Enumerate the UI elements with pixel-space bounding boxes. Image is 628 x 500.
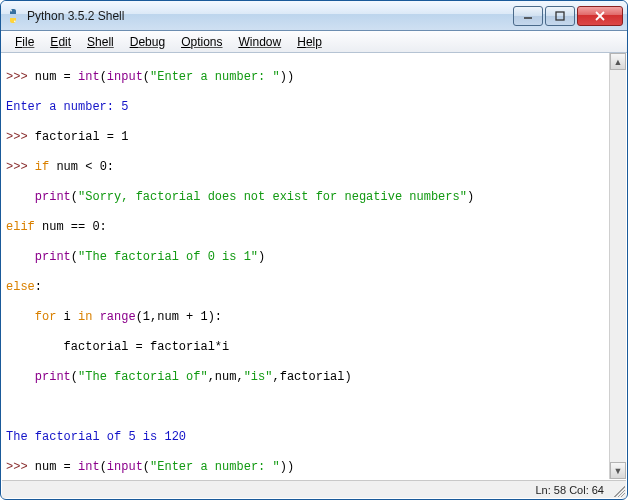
vertical-scrollbar[interactable]: ▲ ▼ bbox=[609, 53, 626, 479]
scroll-up-button[interactable]: ▲ bbox=[610, 53, 626, 70]
titlebar: Python 3.5.2 Shell bbox=[1, 1, 627, 31]
maximize-button[interactable] bbox=[545, 6, 575, 26]
window-title: Python 3.5.2 Shell bbox=[27, 9, 513, 23]
menu-options[interactable]: Options bbox=[173, 33, 230, 51]
menu-edit[interactable]: Edit bbox=[42, 33, 79, 51]
client-area: >>> num = int(input("Enter a number: "))… bbox=[2, 53, 626, 479]
python-icon bbox=[5, 8, 21, 24]
svg-point-0 bbox=[10, 10, 12, 12]
menu-debug[interactable]: Debug bbox=[122, 33, 173, 51]
scroll-down-button[interactable]: ▼ bbox=[610, 462, 626, 479]
menu-help[interactable]: Help bbox=[289, 33, 330, 51]
scroll-track[interactable] bbox=[610, 70, 626, 462]
cursor-position: Ln: 58 Col: 64 bbox=[536, 484, 605, 496]
editor[interactable]: >>> num = int(input("Enter a number: "))… bbox=[2, 53, 609, 479]
menu-window[interactable]: Window bbox=[231, 33, 290, 51]
window-controls bbox=[513, 6, 623, 26]
close-button[interactable] bbox=[577, 6, 623, 26]
menubar: File Edit Shell Debug Options Window Hel… bbox=[1, 31, 627, 53]
menu-file[interactable]: File bbox=[7, 33, 42, 51]
minimize-button[interactable] bbox=[513, 6, 543, 26]
resize-grip[interactable] bbox=[611, 483, 625, 497]
menu-shell[interactable]: Shell bbox=[79, 33, 122, 51]
statusbar: Ln: 58 Col: 64 bbox=[2, 480, 626, 498]
svg-point-1 bbox=[14, 20, 16, 22]
svg-rect-3 bbox=[556, 12, 564, 20]
